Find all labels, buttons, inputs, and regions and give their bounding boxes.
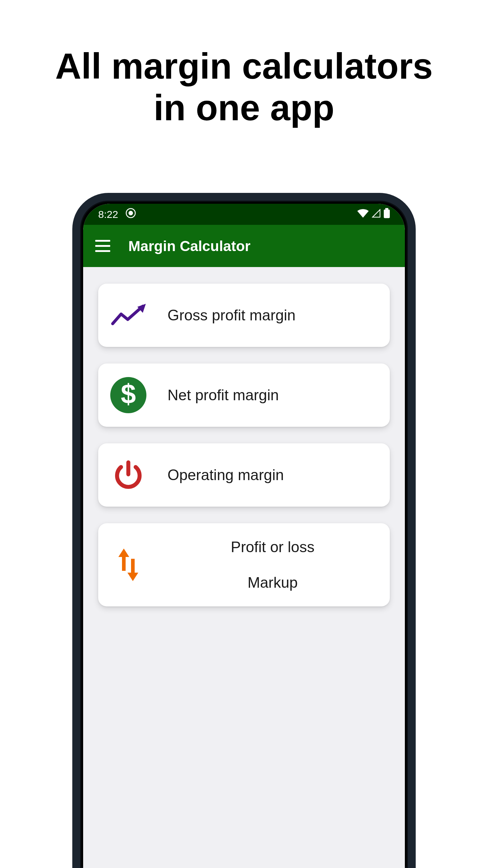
wifi-icon xyxy=(357,209,369,220)
signal-icon xyxy=(372,209,381,220)
card-list: Gross profit margin $ Net profit margin xyxy=(83,267,405,623)
svg-marker-8 xyxy=(127,572,138,581)
headline-line2: in one app xyxy=(0,87,488,128)
card-label: Net profit margin xyxy=(167,386,378,404)
dollar-badge-icon: $ xyxy=(110,377,147,413)
status-time: 8:22 xyxy=(98,209,118,220)
app-title: Margin Calculator xyxy=(128,238,250,254)
trend-up-icon xyxy=(110,297,147,333)
svg-rect-7 xyxy=(122,556,126,571)
menu-icon[interactable] xyxy=(95,240,110,252)
svg-marker-6 xyxy=(119,549,129,557)
power-icon xyxy=(110,457,147,493)
swap-vertical-icon xyxy=(110,547,147,583)
app-bar: Margin Calculator xyxy=(83,225,405,267)
card-label-1: Profit or loss xyxy=(231,538,315,556)
card-net-profit[interactable]: $ Net profit margin xyxy=(98,364,390,427)
card-gross-profit[interactable]: Gross profit margin xyxy=(98,284,390,347)
card-label: Gross profit margin xyxy=(167,307,378,324)
headline-line1: All margin calculators xyxy=(0,45,488,87)
card-label: Operating margin xyxy=(167,466,378,484)
svg-text:$: $ xyxy=(121,381,136,409)
status-bar: 8:22 xyxy=(83,204,405,225)
svg-point-1 xyxy=(129,211,133,215)
card-label-stack: Profit or loss Markup xyxy=(167,532,378,597)
marketing-headline: All margin calculators in one app xyxy=(0,0,488,128)
card-profit-loss-markup[interactable]: Profit or loss Markup xyxy=(98,523,390,607)
card-operating-margin[interactable]: Operating margin xyxy=(98,443,390,507)
battery-icon xyxy=(384,208,390,221)
card-label-2: Markup xyxy=(248,574,298,591)
svg-rect-9 xyxy=(131,559,135,574)
status-app-icon xyxy=(125,208,136,221)
svg-rect-2 xyxy=(385,208,388,210)
phone-screen: 8:22 Margin Calculator xyxy=(83,204,405,868)
phone-frame: 8:22 Margin Calculator xyxy=(72,193,416,868)
svg-rect-3 xyxy=(384,210,390,218)
